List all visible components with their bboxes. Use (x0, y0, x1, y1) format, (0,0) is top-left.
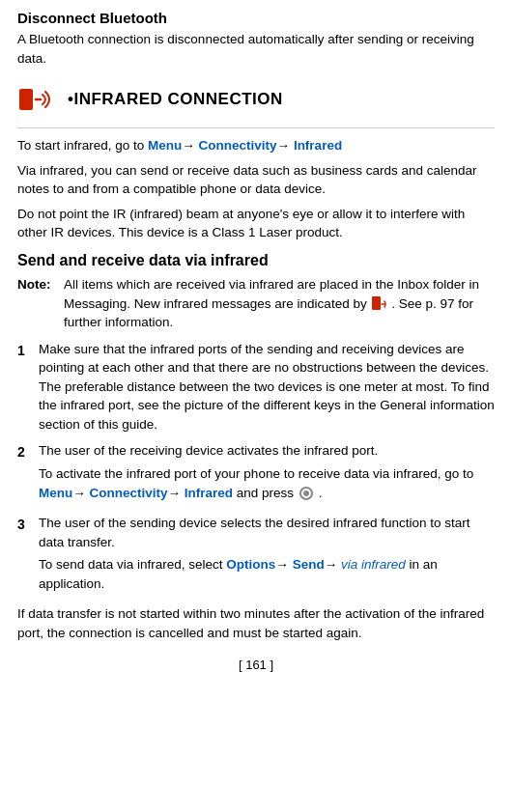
step-1: 1 Make sure that the infrared ports of t… (17, 340, 495, 434)
steps-list: 1 Make sure that the infrared ports of t… (17, 340, 495, 598)
note-content: All items which are received via infrare… (64, 275, 495, 332)
step-3-num: 3 (17, 514, 39, 534)
svg-point-6 (303, 490, 309, 496)
options-link[interactable]: Options (226, 557, 275, 572)
send-link[interactable]: Send (293, 557, 325, 572)
infrared-intro-paragraph: To start infrared, go to Menu→ Connectiv… (17, 136, 495, 155)
svg-rect-1 (21, 91, 31, 106)
step-1-content: Make sure that the infrared ports of the… (39, 340, 495, 434)
subtitle-text: A Bluetooth connection is disconnected a… (17, 30, 495, 68)
step-3-line2: To send data via infrared, select Option… (39, 555, 495, 593)
note-label: Note: (17, 275, 64, 294)
step-3-content: The user of the sending device selects t… (39, 514, 495, 597)
svg-rect-3 (372, 296, 381, 310)
infrared-icon (17, 81, 54, 118)
press-button-icon (299, 486, 314, 501)
infrared-section: •INFRARED CONNECTION (17, 81, 495, 118)
step-3-line1: The user of the sending device selects t… (39, 514, 495, 551)
footer-text: If data transfer is not started within t… (17, 604, 495, 642)
step-1-num: 1 (17, 340, 39, 360)
section-divider (17, 127, 495, 128)
step-2-line2: To activate the infrared port of your ph… (39, 464, 495, 502)
infrared-title: •INFRARED CONNECTION (68, 90, 283, 109)
menu-link-2[interactable]: Menu (39, 486, 72, 500)
page-title: Disconnect Bluetooth (17, 10, 495, 26)
page-number: [ 161 ] (17, 657, 495, 675)
via-infrared-link[interactable]: via infrared (341, 557, 406, 572)
infrared-desc1: Via infrared, you can send or receive da… (17, 161, 495, 199)
note-infrared-icon (371, 295, 386, 313)
step-2-line1: The user of the receiving device activat… (39, 441, 495, 461)
step-1-text: Make sure that the infrared ports of the… (39, 342, 495, 432)
note-block: Note: All items which are received via i… (17, 275, 495, 332)
step-2-num: 2 (17, 441, 39, 462)
step-2-content: The user of the receiving device activat… (39, 441, 495, 506)
infrared-link-2[interactable]: Infrared (185, 486, 233, 500)
send-receive-heading: Send and receive data via infrared (17, 252, 495, 269)
step-3: 3 The user of the sending device selects… (17, 514, 495, 597)
infrared-intro-text: To start infrared, go to (17, 138, 148, 153)
infrared-link-1[interactable]: Infrared (294, 138, 342, 153)
menu-link-1[interactable]: Menu (148, 138, 182, 153)
connectivity-link-1[interactable]: Connectivity (199, 138, 277, 153)
connectivity-link-2[interactable]: Connectivity (90, 486, 168, 500)
infrared-desc2: Do not point the IR (infrared) beam at a… (17, 205, 495, 242)
step-2: 2 The user of the receiving device activ… (17, 441, 495, 506)
